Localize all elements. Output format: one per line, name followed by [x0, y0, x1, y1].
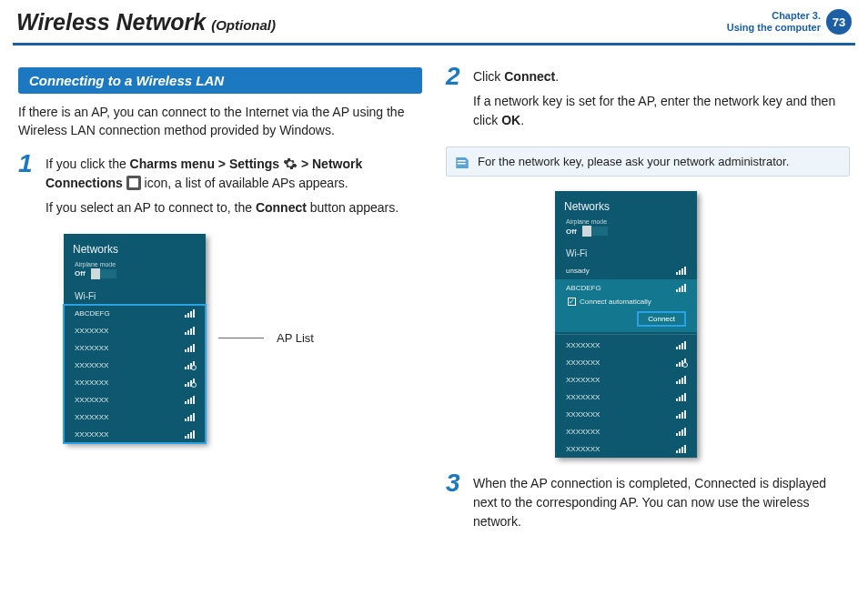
airplane-mode-state: Off	[75, 269, 86, 278]
ap-row[interactable]: ABCDEFG	[64, 305, 206, 322]
step2-p1c: .	[555, 69, 559, 84]
wifi-section-label: Wi-Fi	[555, 243, 697, 262]
airplane-toggle[interactable]	[582, 227, 608, 236]
step-2-number: 2	[446, 64, 464, 136]
page-title: Wireless Network	[16, 9, 206, 35]
chapter-line2: Using the computer	[727, 22, 821, 34]
network-connections-icon	[126, 176, 141, 190]
step1-charms: Charms menu > Settings	[130, 157, 283, 171]
connect-button[interactable]: Connect	[637, 311, 686, 327]
note-box: For the network key, please ask your net…	[446, 146, 850, 177]
signal-icon	[185, 344, 195, 352]
step2-p1a: Click	[473, 69, 504, 84]
signal-secure-icon	[185, 361, 195, 369]
airplane-mode-label: Airplane mode	[566, 218, 686, 225]
signal-icon	[185, 327, 195, 335]
signal-icon	[676, 410, 686, 419]
ap-name: XXXXXXX	[75, 430, 108, 439]
ap-name: XXXXXXX	[75, 344, 108, 352]
step1-text-end: icon, a list of available APs appears.	[141, 176, 348, 190]
panel-title: Networks	[555, 191, 697, 218]
step-3: 3 When the AP connection is completed, C…	[446, 474, 850, 537]
ap-name: XXXXXXX	[75, 413, 108, 421]
step3-text: When the AP connection is completed, Con…	[473, 474, 850, 531]
ap-row-selected[interactable]: ABCDEFG ✓Connect automatically Connect	[555, 279, 697, 332]
signal-icon	[676, 341, 686, 349]
chapter-line1: Chapter 3.	[727, 10, 821, 22]
step2-p2b: OK	[501, 113, 520, 127]
signal-icon	[676, 393, 686, 401]
ap-name: XXXXXXX	[75, 361, 108, 369]
page-number-badge: 73	[826, 9, 852, 35]
note-icon	[454, 155, 470, 174]
ap-row[interactable]: XXXXXXX	[555, 354, 697, 371]
ap-name: XXXXXXX	[566, 358, 600, 367]
signal-icon	[185, 413, 195, 421]
ap-row[interactable]: XXXXXXX	[64, 426, 206, 443]
ap-row[interactable]: XXXXXXX	[555, 389, 697, 406]
panel-title: Networks	[64, 234, 206, 261]
ap-row[interactable]: XXXXXXX	[64, 391, 206, 409]
signal-icon	[676, 284, 686, 292]
step1-p2a: If you select an AP to connect to, the	[45, 200, 256, 215]
step2-p2c: .	[520, 113, 524, 127]
signal-icon	[185, 430, 195, 439]
ap-name: ABCDEFG	[75, 309, 110, 318]
airplane-toggle[interactable]	[91, 269, 116, 278]
signal-secure-icon	[185, 379, 195, 387]
callout-line	[218, 338, 264, 338]
gear-icon	[283, 157, 298, 171]
step1-p2c: button appears.	[307, 200, 399, 215]
ap-name: XXXXXXX	[566, 393, 600, 401]
signal-icon	[676, 376, 686, 384]
networks-panel-left: Networks Airplane mode Off Wi-Fi ABCDEFG…	[64, 234, 206, 443]
section-intro: If there is an AP, you can connect to th…	[18, 103, 422, 140]
wifi-section-label: Wi-Fi	[64, 286, 206, 305]
ap-row[interactable]: XXXXXXX	[64, 357, 206, 374]
ap-row[interactable]: XXXXXXX	[555, 406, 697, 423]
ap-name: ABCDEFG	[566, 284, 601, 292]
ap-row[interactable]: XXXXXXX	[555, 371, 697, 389]
step1-p2b: Connect	[256, 200, 307, 215]
signal-secure-icon	[676, 358, 686, 367]
signal-icon	[185, 309, 195, 318]
airplane-mode-label: Airplane mode	[75, 261, 195, 268]
connect-auto-checkbox[interactable]: ✓	[568, 298, 576, 306]
ap-row[interactable]: XXXXXXX	[64, 322, 206, 339]
page-subtitle: (Optional)	[211, 17, 276, 33]
divider	[555, 334, 697, 335]
signal-icon	[185, 396, 195, 404]
step2-p2a: If a network key is set for the AP, ente…	[473, 94, 835, 127]
networks-panel-right: Networks Airplane mode Off Wi-Fi unsady …	[555, 191, 697, 458]
step-3-number: 3	[446, 470, 464, 537]
step-1: 1 If you click the Charms menu > Setting…	[18, 155, 422, 223]
ap-row[interactable]: XXXXXXX	[64, 339, 206, 357]
ap-name: XXXXXXX	[75, 396, 108, 404]
ap-row[interactable]: XXXXXXX	[555, 440, 697, 458]
callout-aplist: AP List	[277, 331, 314, 345]
ap-row[interactable]: XXXXXXX	[555, 337, 697, 354]
signal-icon	[676, 428, 686, 436]
ap-name: XXXXXXX	[566, 376, 600, 384]
ap-name: XXXXXXX	[566, 445, 600, 453]
ap-name: unsady	[566, 267, 590, 275]
ap-name: XXXXXXX	[566, 341, 600, 349]
step2-p1b: Connect	[504, 69, 555, 84]
ap-row[interactable]: XXXXXXX	[555, 423, 697, 440]
ap-name: XXXXXXX	[75, 379, 108, 387]
connect-auto-label: Connect automatically	[580, 298, 651, 306]
ap-name: XXXXXXX	[75, 327, 108, 335]
ap-row-unsady[interactable]: unsady	[555, 262, 697, 279]
ap-name: XXXXXXX	[566, 410, 600, 419]
section-banner: Connecting to a Wireless LAN	[18, 67, 422, 94]
step1-text: If you click the	[45, 157, 130, 171]
ap-name: XXXXXXX	[566, 428, 600, 436]
ap-row[interactable]: XXXXXXX	[64, 409, 206, 426]
airplane-mode-state: Off	[566, 227, 577, 236]
signal-icon	[676, 445, 686, 453]
chapter-info: Chapter 3. Using the computer 73	[727, 9, 852, 35]
step-2: 2 Click Connect. If a network key is set…	[446, 67, 850, 136]
ap-row[interactable]: XXXXXXX	[64, 374, 206, 391]
signal-icon	[676, 267, 686, 275]
step-1-number: 1	[18, 151, 36, 223]
